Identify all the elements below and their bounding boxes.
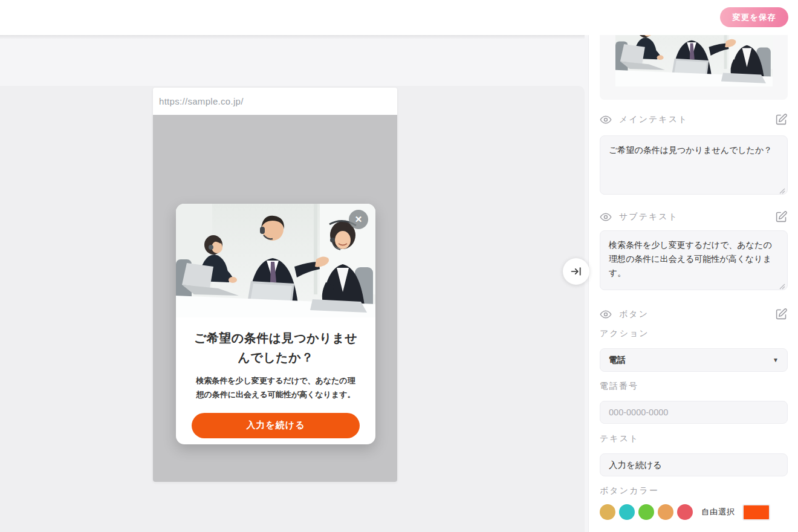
eye-icon xyxy=(600,211,612,223)
chevron-down-icon: ▼ xyxy=(773,357,779,363)
button-section-header: ボタン xyxy=(600,307,788,322)
action-label: アクション xyxy=(600,328,788,339)
preview-page-body: ✕ ご希望の条件は見つかりませんでしたか？ 検索条件を少し変更するだけで、あなた… xyxy=(153,115,397,482)
popup-cta-button[interactable]: 入力を続ける xyxy=(192,413,360,438)
eye-icon xyxy=(600,308,612,320)
popup-card: ✕ ご希望の条件は見つかりませんでしたか？ 検索条件を少し変更するだけで、あなた… xyxy=(176,204,375,444)
close-icon: ✕ xyxy=(355,214,363,224)
main-text-edit-button[interactable] xyxy=(774,113,788,126)
sub-text-textarea[interactable]: 検索条件を少し変更するだけで、あなたの理想の条件に出会える可能性が高くなります。 xyxy=(600,230,788,290)
top-bar: 変更を保存 xyxy=(0,0,798,35)
action-select[interactable]: 電話 ▼ xyxy=(600,348,788,372)
panel-collapse-button[interactable] xyxy=(563,258,589,285)
main-text-textarea[interactable]: ご希望の条件は見つかりませんでしたか？ xyxy=(600,135,788,195)
phone-number-input[interactable] xyxy=(600,401,788,424)
color-swatch-yellow[interactable] xyxy=(600,504,615,520)
main-text-field-wrap: ご希望の条件は見つかりませんでしたか？ xyxy=(600,135,788,197)
sub-text-edit-button[interactable] xyxy=(774,210,788,224)
topbar-shadow xyxy=(0,35,585,39)
popup-photo xyxy=(176,204,375,317)
popup-subtext: 検索条件を少し変更するだけで、あなたの理想の条件に出会える可能性が高くなります。 xyxy=(176,374,375,402)
color-swatch-red[interactable] xyxy=(677,504,693,520)
color-swatch-green[interactable] xyxy=(638,504,654,520)
sub-text-field-wrap: 検索条件を少し変更するだけで、あなたの理想の条件に出会える可能性が高くなります。 xyxy=(600,230,788,293)
button-text-input[interactable] xyxy=(600,453,788,476)
free-select-color-swatch[interactable] xyxy=(742,504,770,521)
popup-close-button[interactable]: ✕ xyxy=(349,210,368,229)
popup-heading: ご希望の条件は見つかりませんでしたか？ xyxy=(176,328,375,367)
eye-icon xyxy=(600,114,612,126)
edit-icon xyxy=(775,113,788,126)
color-swatch-teal[interactable] xyxy=(619,504,635,520)
save-changes-button[interactable]: 変更を保存 xyxy=(720,7,788,27)
button-text-label: テキスト xyxy=(600,433,788,444)
action-select-value: 電話 xyxy=(609,355,773,366)
button-edit-button[interactable] xyxy=(774,308,788,321)
button-color-label: ボタンカラー xyxy=(600,485,788,496)
settings-panel: メインテキスト ご希望の条件は見つかりませんでしたか？ サブテキスト xyxy=(588,0,798,532)
button-section-label: ボタン xyxy=(619,309,774,320)
edit-icon xyxy=(775,210,788,223)
app-window: https://sample.co.jp/ ✕ ご希望の条件は見つかりませんでし… xyxy=(0,0,798,532)
preview-url-bar: https://sample.co.jp/ xyxy=(153,88,397,115)
collapse-arrow-icon xyxy=(570,265,582,277)
phone-number-label: 電話番号 xyxy=(600,381,788,392)
free-select-label: 自由選択 xyxy=(701,507,735,517)
edit-icon xyxy=(775,308,788,320)
main-text-label: メインテキスト xyxy=(619,114,774,125)
page-preview-device: https://sample.co.jp/ ✕ ご希望の条件は見つかりませんでし… xyxy=(153,88,397,482)
sub-text-section-header: サブテキスト xyxy=(600,210,788,224)
color-swatch-orange[interactable] xyxy=(658,504,673,520)
button-color-swatches: 自由選択 xyxy=(600,504,788,521)
sub-text-label: サブテキスト xyxy=(619,212,774,222)
main-text-section-header: メインテキスト xyxy=(600,112,788,127)
preview-url: https://sample.co.jp/ xyxy=(159,96,244,106)
